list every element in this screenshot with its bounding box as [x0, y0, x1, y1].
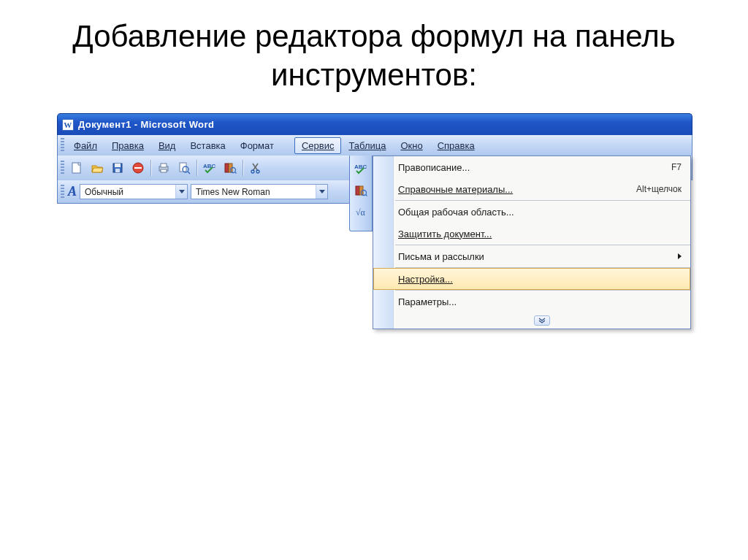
svg-point-19 [251, 170, 254, 173]
menu-letters-mailings[interactable]: Письма и рассылки [373, 245, 690, 267]
svg-point-20 [256, 170, 259, 173]
permissions-button[interactable] [129, 159, 147, 177]
menu-protect-document[interactable]: Защитить документ... [373, 223, 690, 245]
menu-customize[interactable]: Настройка... [373, 268, 690, 290]
word-window: W Документ1 - Microsoft Word Файл Правка… [57, 113, 692, 204]
svg-rect-3 [115, 169, 120, 172]
shortcut-label: Alt+щелчок [636, 184, 682, 194]
chevron-down-icon[interactable] [316, 185, 327, 199]
svg-point-4 [133, 163, 143, 173]
menu-spelling[interactable]: Правописание... F7 [373, 156, 690, 178]
print-preview-button[interactable] [175, 159, 193, 177]
svg-rect-24 [356, 186, 359, 195]
svg-rect-14 [229, 164, 232, 172]
menu-edit[interactable]: Правка [104, 137, 151, 154]
svg-rect-0 [72, 163, 80, 173]
menu-research[interactable]: Справочные материалы... Alt+щелчок [373, 178, 690, 200]
tools-dropdown: Правописание... F7 Справочные материалы.… [373, 156, 691, 329]
svg-rect-1 [113, 164, 122, 172]
font-value: Times New Roman [191, 187, 316, 197]
toolbar-grip[interactable] [61, 138, 64, 153]
svg-text:ABC: ABC [354, 164, 367, 170]
toolbar-grip[interactable] [61, 161, 64, 175]
cut-button[interactable] [247, 159, 264, 177]
font-combo[interactable]: Times New Roman [191, 184, 328, 199]
equation-icon[interactable]: √α [352, 204, 370, 221]
menu-options[interactable]: Параметры... [373, 291, 690, 312]
svg-point-10 [183, 166, 188, 172]
style-value: Обычный [80, 187, 175, 197]
open-button[interactable] [88, 159, 106, 177]
svg-text:ABC: ABC [203, 163, 216, 169]
svg-rect-25 [359, 186, 363, 195]
spellcheck-button[interactable]: ABC [201, 159, 218, 177]
svg-line-11 [188, 172, 190, 174]
svg-line-27 [366, 195, 367, 196]
style-combo[interactable]: Обычный [80, 184, 188, 199]
slide-title: Добавление редактора формул на панель ин… [0, 0, 748, 107]
svg-line-16 [235, 172, 237, 174]
print-button[interactable] [155, 159, 172, 177]
side-toolbar-fragment: ABC √α [349, 156, 373, 231]
menu-insert[interactable]: Вставка [183, 137, 232, 154]
toolbar-grip[interactable] [61, 185, 64, 199]
svg-point-26 [362, 191, 367, 196]
formatting-toolbar: A Обычный Times New Roman [57, 180, 350, 204]
svg-rect-13 [225, 164, 229, 172]
spellcheck-button[interactable]: ABC [352, 160, 370, 177]
chevron-down-icon[interactable] [175, 185, 187, 199]
styles-icon[interactable]: A [66, 184, 80, 199]
menu-help[interactable]: Справка [430, 137, 482, 154]
chevron-double-down-icon [534, 315, 550, 326]
svg-line-17 [253, 164, 258, 171]
svg-text:√α: √α [356, 207, 366, 218]
svg-rect-5 [134, 167, 142, 169]
menu-window[interactable]: Окно [393, 137, 430, 154]
svg-rect-7 [161, 164, 167, 167]
svg-marker-21 [179, 190, 185, 193]
titlebar: W Документ1 - Microsoft Word [57, 113, 692, 135]
shortcut-label: F7 [671, 162, 682, 172]
save-button[interactable] [109, 159, 126, 177]
svg-marker-22 [319, 190, 325, 193]
svg-line-18 [253, 164, 258, 171]
svg-rect-6 [159, 166, 168, 171]
menubar: Файл Правка Вид Вставка Формат Сервис Та… [57, 135, 692, 156]
word-app-icon: W [62, 119, 74, 131]
new-doc-button[interactable] [68, 159, 85, 177]
svg-rect-9 [180, 163, 186, 172]
menu-table[interactable]: Таблица [341, 137, 393, 154]
research-button[interactable] [221, 159, 239, 177]
menu-tools[interactable]: Сервис [294, 137, 342, 154]
menu-view[interactable]: Вид [151, 137, 183, 154]
menu-format[interactable]: Формат [233, 137, 281, 154]
menu-expand[interactable] [394, 312, 690, 329]
svg-point-15 [231, 168, 236, 173]
research-button[interactable] [352, 182, 370, 199]
submenu-arrow-icon [678, 253, 682, 259]
menu-file[interactable]: Файл [66, 137, 104, 154]
svg-rect-2 [115, 164, 121, 167]
menu-shared-workspace[interactable]: Общая рабочая область... [373, 201, 690, 223]
window-title: Документ1 - Microsoft Word [78, 119, 214, 130]
svg-rect-8 [161, 169, 167, 172]
